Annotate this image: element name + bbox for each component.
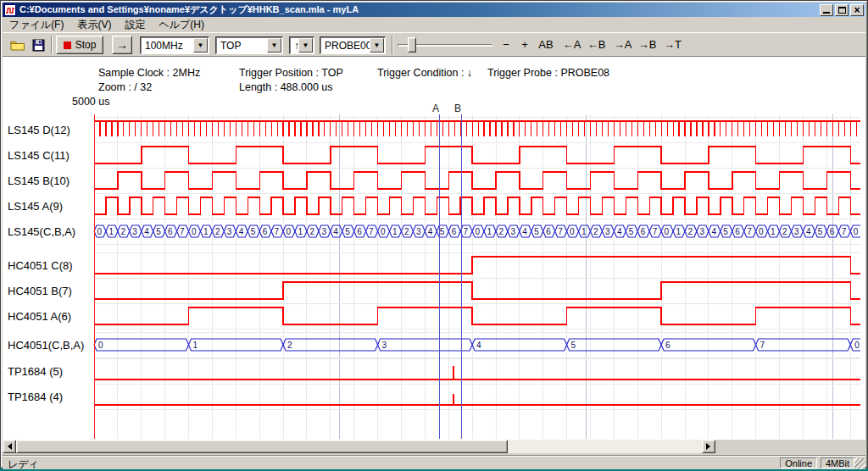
- bus-value: 2: [688, 227, 693, 236]
- bus-value: 0: [381, 227, 386, 236]
- bus-value: 6: [735, 227, 740, 236]
- triangle-right-icon: [706, 443, 714, 450]
- bus-value: 4: [239, 227, 244, 236]
- status-online: Online: [780, 457, 817, 468]
- bus-value: 1: [108, 227, 114, 236]
- bus-value: 3: [132, 227, 137, 236]
- bus-value: 7: [180, 227, 185, 236]
- bus-value: 0: [759, 227, 764, 236]
- channel-label: LS145(C,B,A): [8, 225, 75, 238]
- channel-label: HC4051 B(7): [8, 285, 72, 297]
- bus-value: 2: [593, 227, 598, 236]
- bus-value: 2: [499, 227, 504, 236]
- bus-value: 5: [440, 227, 445, 236]
- signal-trace: [94, 282, 860, 299]
- bus-value: 5: [156, 227, 161, 236]
- bus-value: 0: [854, 227, 859, 236]
- bus-value: 1: [203, 227, 209, 236]
- bus-value: 6: [357, 227, 362, 236]
- bus-value: 3: [794, 227, 799, 236]
- channel-label: LS145 B(10): [8, 175, 70, 187]
- waveform-canvas[interactable]: LS145 D(12)LS145 C(11)LS145 B(10)LS145 A…: [1, 1, 868, 469]
- bus-value: 6: [546, 227, 551, 236]
- bus-value: 4: [333, 227, 338, 236]
- bus-value: 3: [605, 227, 610, 236]
- bus-value: 4: [428, 227, 433, 236]
- bus-value: 1: [193, 341, 198, 350]
- bus-value: 3: [227, 227, 232, 236]
- horizontal-scrollbar[interactable]: [3, 440, 715, 453]
- bus-value: 6: [830, 227, 835, 236]
- bus-value: 4: [711, 227, 716, 236]
- bus-value: 6: [665, 341, 670, 350]
- bus-value: 1: [487, 227, 492, 236]
- resize-grip[interactable]: [854, 458, 865, 469]
- bus-value: 5: [534, 227, 539, 236]
- bus-value: 0: [192, 227, 197, 236]
- bus-value: 7: [464, 227, 469, 236]
- channel-label: HC4051 A(6): [8, 310, 71, 323]
- bus-value: 1: [298, 227, 303, 236]
- bus-value: 2: [782, 227, 787, 236]
- bus-value: 6: [641, 227, 646, 236]
- bus-value: 1: [392, 227, 398, 236]
- bus-value: 3: [416, 227, 421, 236]
- bus-value: 5: [571, 341, 576, 350]
- bus-value: 6: [452, 227, 457, 236]
- bus-value: 7: [558, 227, 563, 236]
- bus-value: 4: [617, 227, 622, 236]
- bus-value: 5: [818, 227, 823, 236]
- bus-value: 0: [287, 227, 292, 236]
- status-ready: レディ: [8, 457, 39, 471]
- bus-value: 7: [369, 227, 374, 236]
- channel-label: LS145 C(11): [8, 149, 70, 162]
- bus-value: 4: [806, 227, 811, 236]
- channel-label: HC4051(C,B,A): [8, 339, 84, 352]
- bus-value: 5: [723, 227, 728, 236]
- bus-value: 7: [275, 227, 280, 236]
- bus-value: 5: [251, 227, 256, 236]
- bus-value: 3: [382, 341, 387, 350]
- cursor-label: A: [432, 103, 439, 114]
- channel-label: LS145 D(12): [8, 124, 70, 136]
- bus-value: 5: [345, 227, 350, 236]
- bus-value: 4: [144, 227, 149, 236]
- bus-value: 2: [120, 227, 125, 236]
- bus-value: 1: [771, 227, 776, 236]
- bus-value: 3: [321, 227, 326, 236]
- bus-value: 0: [476, 227, 481, 236]
- bus-value: 7: [653, 227, 658, 236]
- channel-label: TP1684 (5): [8, 365, 63, 378]
- bus-value: 0: [98, 341, 103, 350]
- bus-value: 0: [570, 227, 575, 236]
- cursor-label: B: [454, 103, 461, 114]
- scroll-left-button[interactable]: [3, 440, 16, 453]
- scroll-right-button[interactable]: [702, 440, 715, 453]
- bus-value: 2: [215, 227, 220, 236]
- channel-label: LS145 A(9): [8, 200, 63, 213]
- signal-trace: [94, 147, 860, 163]
- bus-value: 4: [522, 227, 527, 236]
- status-bar: レディ Online 4MBit: [3, 455, 865, 469]
- bus-value: 1: [676, 227, 682, 236]
- status-memory: 4MBit: [821, 457, 854, 468]
- bus-value: 0: [665, 227, 670, 236]
- bus-value: 4: [476, 341, 481, 350]
- signal-trace: [94, 172, 860, 189]
- bus-value: 3: [699, 227, 704, 236]
- bus-value: 0: [854, 341, 860, 350]
- triangle-left-icon: [4, 443, 12, 450]
- bus-value: 2: [404, 227, 409, 236]
- app-window: C:¥Documents and Settings¥noname¥デスクトップ¥…: [0, 0, 868, 468]
- signal-trace: [94, 308, 860, 324]
- bus-value: 6: [168, 227, 173, 236]
- bus-value: 6: [263, 227, 268, 236]
- bus-value: 5: [629, 227, 634, 236]
- bus-value: 1: [581, 227, 587, 236]
- channel-label: TP1684 (4): [8, 391, 63, 403]
- bus-value: 0: [97, 227, 103, 236]
- scrollbar-thumb[interactable]: [16, 440, 508, 453]
- bus-value: 7: [842, 227, 847, 236]
- signal-trace: [94, 257, 860, 274]
- bus-value: 2: [309, 227, 314, 236]
